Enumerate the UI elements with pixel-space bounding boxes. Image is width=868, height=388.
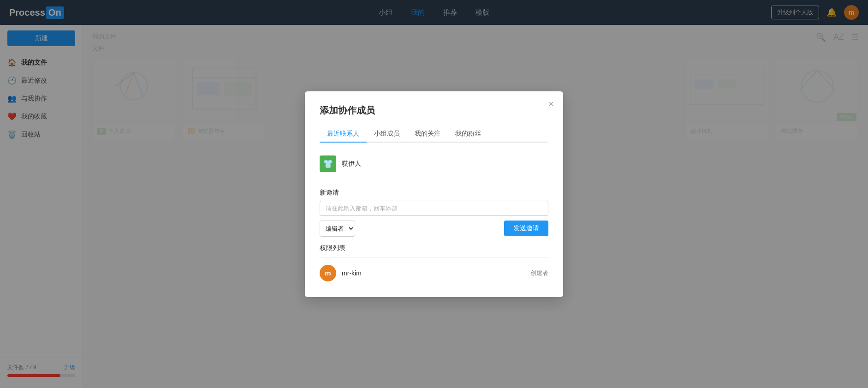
tab-my-fans[interactable]: 我的粉丝 (448, 126, 488, 143)
modal-tab-bar: 最近联系人 小组成员 我的关注 我的粉丝 (320, 126, 548, 143)
role-send-row: 编辑者 查看者 发送邀请 (320, 221, 548, 237)
invite-label: 新邀请 (320, 189, 548, 197)
contact-avatar: 👕 (320, 155, 336, 172)
tab-recent-contacts[interactable]: 最近联系人 (320, 126, 367, 143)
perm-role-mrkim: 创建者 (530, 269, 548, 277)
tab-my-follows[interactable]: 我的关注 (407, 126, 448, 143)
modal-overlay[interactable]: 添加协作成员 × 最近联系人 小组成员 我的关注 我的粉丝 👕 哎伊人 新邀请 … (0, 0, 868, 388)
permission-item-mrkim: m mr-kim 创建者 (320, 262, 548, 284)
invite-input-row (320, 201, 548, 216)
contact-item[interactable]: 👕 哎伊人 (320, 152, 548, 176)
permission-section: 权限列表 m mr-kim 创建者 (320, 244, 548, 284)
contact-name: 哎伊人 (342, 160, 361, 168)
tab-group-members[interactable]: 小组成员 (367, 126, 407, 143)
modal-title: 添加协作成员 (320, 104, 548, 117)
role-select[interactable]: 编辑者 查看者 (320, 221, 355, 237)
perm-name-mrkim: mr-kim (342, 269, 525, 277)
send-invite-button[interactable]: 发送邀请 (504, 221, 548, 236)
contact-list: 👕 哎伊人 (320, 152, 548, 179)
invite-section: 新邀请 编辑者 查看者 发送邀请 (320, 189, 548, 237)
perm-avatar-mrkim: m (320, 265, 336, 281)
modal-close-button[interactable]: × (548, 99, 554, 109)
permission-divider (320, 257, 548, 257)
add-collaborator-modal: 添加协作成员 × 最近联系人 小组成员 我的关注 我的粉丝 👕 哎伊人 新邀请 … (305, 91, 563, 297)
permission-label: 权限列表 (320, 244, 548, 252)
invite-email-input[interactable] (320, 201, 548, 216)
